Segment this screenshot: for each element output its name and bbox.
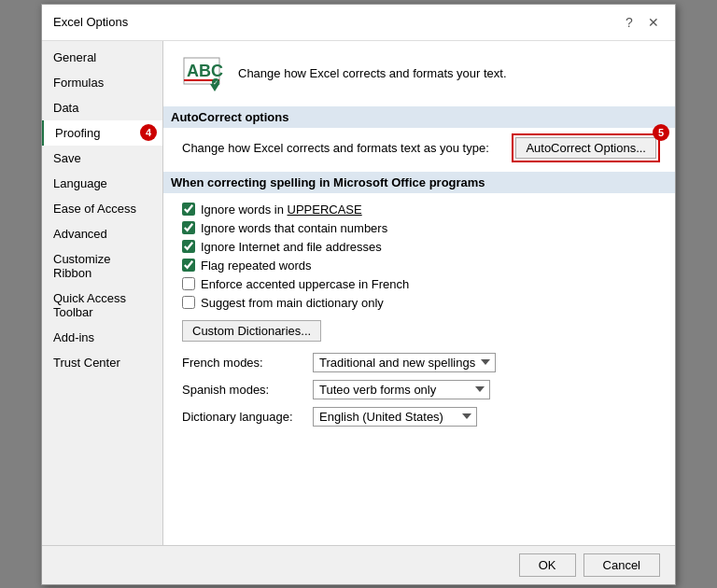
- sidebar-item-customize-ribbon[interactable]: Customize Ribbon: [42, 246, 162, 286]
- title-bar: Excel Options ? ✕: [42, 5, 675, 41]
- checkbox-row-4: Flag repeated words: [182, 259, 656, 273]
- spanish-modes-select[interactable]: Tuteo verb forms only Voseo Tuteo and vo…: [313, 380, 490, 399]
- sidebar-item-formulas[interactable]: Formulas: [42, 70, 162, 95]
- dictionary-language-row: Dictionary language: English (United Sta…: [182, 407, 656, 427]
- sidebar-item-trust-center[interactable]: Trust Center: [42, 350, 162, 375]
- spelling-section-header: When correcting spelling in Microsoft Of…: [163, 172, 675, 193]
- ignore-internet-label: Ignore Internet and file addresses: [201, 240, 382, 254]
- sidebar-item-proofing[interactable]: Proofing4: [42, 120, 162, 146]
- svg-text:ABC: ABC: [187, 62, 223, 80]
- dialog-title: Excel Options: [53, 15, 128, 29]
- help-button[interactable]: ?: [619, 12, 640, 33]
- ignore-numbers-checkbox[interactable]: [182, 221, 195, 234]
- checkbox-row-1: Ignore words in UPPERCASE: [182, 203, 656, 217]
- enforce-accented-label: Enforce accented uppercase in French: [201, 277, 409, 291]
- autocorrect-label: Change how Excel corrects and formats te…: [182, 141, 489, 155]
- header-text: Change how Excel corrects and formats yo…: [238, 66, 507, 80]
- autocorrect-section-header: AutoCorrect options: [163, 106, 675, 128]
- french-modes-row: French modes: Traditional and new spelli…: [182, 353, 656, 372]
- autocorrect-options-button[interactable]: AutoCorrect Options...: [515, 137, 656, 159]
- spanish-modes-row: Spanish modes: Tuteo verb forms only Vos…: [182, 380, 656, 399]
- sidebar-item-save[interactable]: Save: [42, 146, 162, 171]
- enforce-accented-checkbox[interactable]: [182, 277, 195, 290]
- abc-icon: ABC ✓: [182, 56, 227, 91]
- sidebar-badge-proofing: 4: [140, 124, 157, 141]
- close-button[interactable]: ✕: [643, 12, 664, 33]
- dictionary-language-select[interactable]: English (United States) English (United …: [313, 407, 477, 427]
- custom-dictionaries-button[interactable]: Custom Dictionaries...: [182, 320, 321, 342]
- dictionary-language-label: Dictionary language:: [182, 410, 313, 424]
- sidebar-item-general[interactable]: General: [42, 45, 162, 70]
- sidebar: GeneralFormulasDataProofing4SaveLanguage…: [42, 41, 163, 545]
- badge-5: 5: [653, 124, 669, 141]
- sidebar-item-quick-access-toolbar[interactable]: Quick Access Toolbar: [42, 286, 162, 325]
- header-area: ABC ✓ Change how Excel corrects and form…: [182, 56, 656, 91]
- ignore-uppercase-label: Ignore words in UPPERCASE: [201, 203, 362, 217]
- main-panel: ABC ✓ Change how Excel corrects and form…: [163, 41, 675, 545]
- sidebar-item-add-ins[interactable]: Add-ins: [42, 325, 162, 350]
- suggest-main-dict-label: Suggest from main dictionary only: [201, 296, 384, 310]
- content-area: GeneralFormulasDataProofing4SaveLanguage…: [42, 41, 675, 545]
- flag-repeated-label: Flag repeated words: [201, 259, 312, 273]
- ignore-internet-checkbox[interactable]: [182, 240, 195, 253]
- sidebar-item-ease-of-access[interactable]: Ease of Access: [42, 196, 162, 221]
- checkbox-row-6: Suggest from main dictionary only: [182, 296, 656, 310]
- ignore-numbers-label: Ignore words that contain numbers: [201, 221, 387, 235]
- footer: OK Cancel: [42, 545, 675, 584]
- sidebar-item-data[interactable]: Data: [42, 95, 162, 120]
- sidebar-item-language[interactable]: Language: [42, 171, 162, 196]
- checkbox-row-2: Ignore words that contain numbers: [182, 221, 656, 235]
- checkbox-row-3: Ignore Internet and file addresses: [182, 240, 656, 254]
- svg-text:✓: ✓: [213, 79, 218, 86]
- autocorrect-row: Change how Excel corrects and formats te…: [182, 137, 656, 159]
- suggest-main-dict-checkbox[interactable]: [182, 296, 195, 309]
- french-modes-label: French modes:: [182, 356, 313, 370]
- checkbox-row-5: Enforce accented uppercase in French: [182, 277, 656, 291]
- ignore-uppercase-checkbox[interactable]: [182, 203, 195, 216]
- checkbox-group: Ignore words in UPPERCASE Ignore words t…: [182, 203, 656, 310]
- cancel-button[interactable]: Cancel: [583, 553, 660, 577]
- excel-options-dialog: Excel Options ? ✕ GeneralFormulasDataPro…: [41, 4, 676, 585]
- spanish-modes-label: Spanish modes:: [182, 383, 313, 397]
- ok-button[interactable]: OK: [519, 553, 576, 577]
- flag-repeated-checkbox[interactable]: [182, 259, 195, 272]
- sidebar-item-advanced[interactable]: Advanced: [42, 221, 162, 246]
- french-modes-select[interactable]: Traditional and new spellings Traditiona…: [313, 353, 496, 372]
- title-bar-buttons: ? ✕: [619, 12, 664, 33]
